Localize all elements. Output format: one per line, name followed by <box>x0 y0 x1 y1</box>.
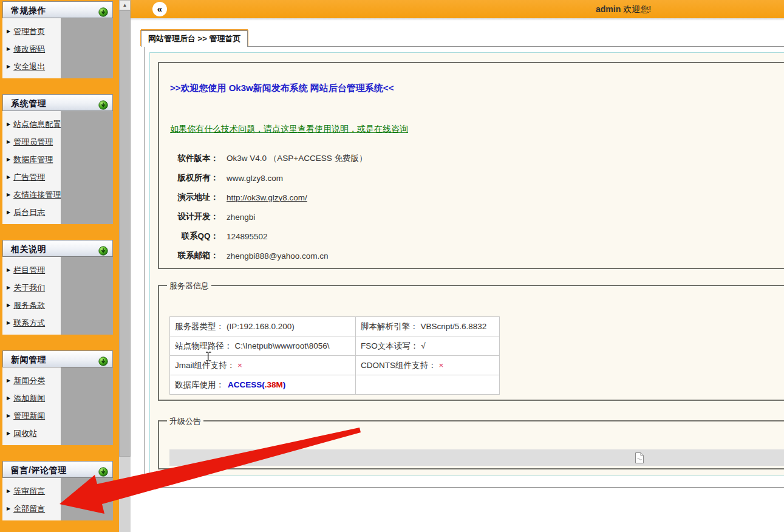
sidebar-item-about-us[interactable]: ▶关于我们 <box>2 279 61 296</box>
sidebar-link[interactable]: 安全退出 <box>13 61 45 72</box>
sidebar-section-general: 常规操作 ▶管理首页 ▶修改密码 ▶安全退出 <box>2 1 113 78</box>
table-row: 站点物理路径：C:\Inetpub\wwwroot\8056\ FSO文本读写：… <box>170 336 500 356</box>
sidebar-link[interactable]: 全部留言 <box>13 503 45 514</box>
sidebar-item-logout[interactable]: ▶安全退出 <box>2 58 61 75</box>
sidebar-link[interactable]: 管理新闻 <box>13 411 45 421</box>
triangle-bullet-icon: ▶ <box>7 396 10 401</box>
sidebar-link[interactable]: 回收站 <box>13 428 37 439</box>
sidebar-item-database-manage[interactable]: ▶数据库管理 <box>2 151 61 168</box>
sidebar-item-column-manage[interactable]: ▶栏目管理 <box>2 261 61 279</box>
welcome-message: admin 欢迎您! <box>596 4 651 15</box>
topbar-shadow <box>131 18 784 21</box>
sidebar-link[interactable]: 后台日志 <box>13 207 45 218</box>
sidebar-item-change-password[interactable]: ▶修改密码 <box>2 40 61 58</box>
section-collapse-icon[interactable] <box>98 5 108 15</box>
username: admin <box>596 4 621 14</box>
sidebar-section-title: 系统管理 <box>11 98 46 108</box>
scrollbar-up-arrow-icon[interactable]: ▲ <box>119 0 131 10</box>
info-row-version: 软件版本：Ok3w V4.0 （ASP+ACCESS 免费版） <box>170 149 367 168</box>
sidebar-section-docs: 相关说明 ▶栏目管理 ▶关于我们 ▶服务条款 ▶联系方式 <box>2 240 113 335</box>
sidebar-item-backend-log[interactable]: ▶后台日志 <box>2 203 61 221</box>
triangle-bullet-icon: ▶ <box>7 122 10 127</box>
triangle-bullet-icon: ▶ <box>7 268 10 273</box>
sidebar-item-all-comments[interactable]: ▶全部留言 <box>2 500 61 517</box>
sidebar-item-admin-manage[interactable]: ▶管理员管理 <box>2 133 61 151</box>
sidebar-link[interactable]: 管理员管理 <box>13 137 53 148</box>
sidebar-scrollbar[interactable]: ▲ <box>119 0 131 532</box>
sidebar-item-friendlink-manage[interactable]: ▶友情连接管理 <box>2 186 61 203</box>
section-collapse-icon[interactable] <box>98 98 108 108</box>
tab-manage-home[interactable]: 网站管理后台 >> 管理首页 <box>141 30 248 47</box>
sidebar-link[interactable]: 数据库管理 <box>13 154 53 165</box>
sidebar-section-title: 相关说明 <box>11 244 46 254</box>
sidebar-item-manage-news[interactable]: ▶管理新闻 <box>2 407 61 425</box>
server-info-table: 服务器类型：(IP:192.168.0.200) 脚本解析引擎：VBScript… <box>169 316 500 395</box>
sidebar-section-title: 常规操作 <box>11 5 46 15</box>
info-row-email: 联系邮箱：zhengbi888@yahoo.com.cn <box>170 246 367 265</box>
sidebar-link[interactable]: 关于我们 <box>13 282 45 293</box>
sidebar-item-contact[interactable]: ▶联系方式 <box>2 314 61 332</box>
sidebar-link[interactable]: 修改密码 <box>13 44 45 55</box>
triangle-bullet-icon: ▶ <box>7 489 10 494</box>
sidebar-link[interactable]: 广告管理 <box>13 172 45 183</box>
sidebar-item-ad-manage[interactable]: ▶广告管理 <box>2 168 61 186</box>
section-collapse-icon[interactable] <box>98 465 108 475</box>
info-row-demo-url: 演示地址：http://ok3w.glzy8.com/ <box>170 188 367 207</box>
cell-cdonts-support: CDONTS组件支持：× <box>356 356 500 375</box>
sidebar-section-title: 留言/评论管理 <box>11 465 66 475</box>
info-row-developer: 设计开发：zhengbi <box>170 207 367 227</box>
sidebar-link[interactable]: 等审留言 <box>13 486 45 497</box>
triangle-bullet-icon: ▶ <box>7 210 10 215</box>
welcome-panel: >>欢迎您使用 Ok3w新闻发布系统 网站后台管理系统<< 如果你有什么技术问题… <box>158 62 784 269</box>
cell-server-type: 服务器类型：(IP:192.168.0.200) <box>170 317 356 336</box>
cell-database: 数据库使用：ACCESS(.38M) <box>170 375 356 395</box>
sidebar-item-terms[interactable]: ▶服务条款 <box>2 296 61 314</box>
collapse-sidebar-button[interactable]: « <box>152 2 167 16</box>
triangle-bullet-icon: ▶ <box>7 431 10 436</box>
triangle-bullet-icon: ▶ <box>7 140 10 145</box>
section-collapse-icon[interactable] <box>98 244 108 254</box>
demo-site-link[interactable]: http://ok3w.glzy8.com/ <box>227 193 307 202</box>
cell-fso-support: FSO文本读写：√ <box>356 336 500 356</box>
sidebar-link[interactable]: 友情连接管理 <box>13 189 61 200</box>
sidebar-item-add-news[interactable]: ▶添加新闻 <box>2 389 61 407</box>
sidebar-section-header[interactable]: 常规操作 <box>2 1 113 18</box>
sidebar-section-header[interactable]: 留言/评论管理 <box>2 461 113 478</box>
sidebar-link[interactable]: 服务条款 <box>13 300 45 311</box>
sidebar-item-site-config[interactable]: ▶站点信息配置 <box>2 115 61 133</box>
upgrade-notice-legend: 升级公告 <box>167 416 203 427</box>
triangle-bullet-icon: ▶ <box>7 414 10 418</box>
help-link[interactable]: 如果你有什么技术问题，请点这里查看使用说明，或是在线咨询 <box>170 124 408 135</box>
sidebar-item-recycle-bin[interactable]: ▶回收站 <box>2 425 61 442</box>
sidebar-link[interactable]: 站点信息配置 <box>13 119 61 130</box>
info-row-qq: 联系QQ：124895502 <box>170 227 367 246</box>
sidebar-section-header[interactable]: 新闻管理 <box>2 350 113 367</box>
sidebar-item-manage-home[interactable]: ▶管理首页 <box>2 22 61 40</box>
sidebar-section-header[interactable]: 相关说明 <box>2 240 113 257</box>
unsupported-x-icon: × <box>237 361 242 370</box>
notice-placeholder-bar <box>169 449 784 466</box>
triangle-bullet-icon: ▶ <box>7 285 10 290</box>
cell-site-path: 站点物理路径：C:\Inetpub\wwwroot\8056\ <box>170 336 356 356</box>
sidebar-item-news-category[interactable]: ▶新闻分类 <box>2 372 61 389</box>
sidebar-link[interactable]: 添加新闻 <box>13 393 45 404</box>
table-row: Jmail组件支持：× CDONTS组件支持：× <box>170 356 500 375</box>
server-info-fieldset: 服务器信息 服务器类型：(IP:192.168.0.200) 脚本解析引擎：VB… <box>158 285 784 401</box>
sidebar-item-pending-comments[interactable]: ▶等审留言 <box>2 482 61 500</box>
welcome-text: 欢迎您! <box>623 4 651 14</box>
sidebar: 常规操作 ▶管理首页 ▶修改密码 ▶安全退出 系统管理 ▶站点信息配置 ▶管理员… <box>0 0 119 532</box>
sidebar-section-header[interactable]: 系统管理 <box>2 94 113 111</box>
sidebar-link[interactable]: 联系方式 <box>13 318 45 329</box>
triangle-bullet-icon: ▶ <box>7 303 10 308</box>
server-info-legend: 服务器信息 <box>167 281 211 292</box>
info-row-copyright: 版权所有：www.glzy8.com <box>170 168 367 188</box>
top-bar: « admin 欢迎您! <box>131 0 784 18</box>
sidebar-link[interactable]: 新闻分类 <box>13 375 45 386</box>
sidebar-section-system: 系统管理 ▶站点信息配置 ▶管理员管理 ▶数据库管理 ▶广告管理 ▶友情连接管理… <box>2 94 113 224</box>
sidebar-link[interactable]: 管理首页 <box>13 26 45 37</box>
triangle-bullet-icon: ▶ <box>7 506 10 511</box>
sidebar-section-news: 新闻管理 ▶新闻分类 ▶添加新闻 ▶管理新闻 ▶回收站 <box>2 350 113 445</box>
sidebar-link[interactable]: 栏目管理 <box>13 265 45 276</box>
section-collapse-icon[interactable] <box>98 355 108 364</box>
scrollbar-thumb[interactable] <box>119 10 131 457</box>
